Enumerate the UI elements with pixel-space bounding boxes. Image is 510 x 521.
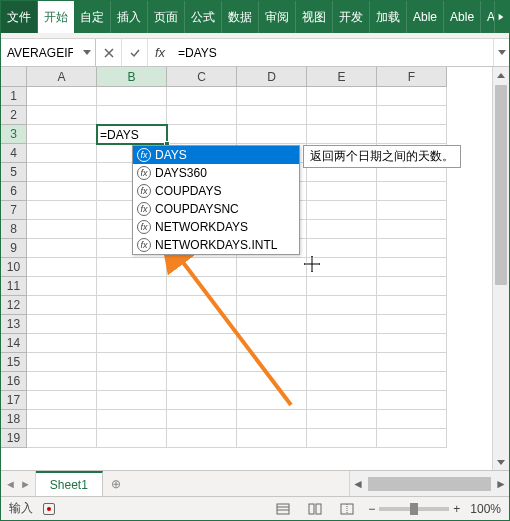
cell-F17[interactable]: [377, 391, 447, 410]
confirm-formula-icon[interactable]: [122, 39, 148, 66]
cell-F16[interactable]: [377, 372, 447, 391]
cell-A1[interactable]: [27, 87, 97, 106]
cell-C1[interactable]: [167, 87, 237, 106]
cell-E13[interactable]: [307, 315, 377, 334]
vertical-scrollbar[interactable]: [492, 67, 509, 470]
tab-addins[interactable]: 加载: [370, 1, 407, 33]
cell-B2[interactable]: [97, 106, 167, 125]
fx-icon[interactable]: fx: [148, 39, 172, 66]
cell-D19[interactable]: [237, 429, 307, 448]
row-header-4[interactable]: 4: [1, 144, 27, 163]
autocomplete-item-days[interactable]: fxDAYS: [133, 146, 299, 164]
cell-E3[interactable]: [307, 125, 377, 144]
cell-C3[interactable]: [167, 125, 237, 144]
tab-insert[interactable]: 插入: [111, 1, 148, 33]
cell-C2[interactable]: [167, 106, 237, 125]
cell-B18[interactable]: [97, 410, 167, 429]
cell-A16[interactable]: [27, 372, 97, 391]
row-header-17[interactable]: 17: [1, 391, 27, 410]
col-header-e[interactable]: E: [307, 67, 377, 87]
col-header-d[interactable]: D: [237, 67, 307, 87]
select-all-corner[interactable]: [1, 67, 27, 87]
view-page-layout-icon[interactable]: [304, 500, 326, 518]
cell-B1[interactable]: [97, 87, 167, 106]
cell-D3[interactable]: [237, 125, 307, 144]
cell-B12[interactable]: [97, 296, 167, 315]
cell-A9[interactable]: [27, 239, 97, 258]
cell-E17[interactable]: [307, 391, 377, 410]
formula-expand-icon[interactable]: [493, 39, 509, 66]
active-cell[interactable]: =DAYS: [96, 124, 168, 145]
cell-F11[interactable]: [377, 277, 447, 296]
cell-F14[interactable]: [377, 334, 447, 353]
cell-E16[interactable]: [307, 372, 377, 391]
row-header-7[interactable]: 7: [1, 201, 27, 220]
cell-D1[interactable]: [237, 87, 307, 106]
row-header-12[interactable]: 12: [1, 296, 27, 315]
view-page-break-icon[interactable]: [336, 500, 358, 518]
tab-page-layout[interactable]: 页面: [148, 1, 185, 33]
cell-A13[interactable]: [27, 315, 97, 334]
cell-E18[interactable]: [307, 410, 377, 429]
cell-F9[interactable]: [377, 239, 447, 258]
hscroll-right-icon[interactable]: ►: [493, 477, 509, 491]
row-header-10[interactable]: 10: [1, 258, 27, 277]
tab-custom[interactable]: 自定: [74, 1, 111, 33]
zoom-thumb[interactable]: [410, 503, 418, 515]
cell-E19[interactable]: [307, 429, 377, 448]
hscroll-thumb[interactable]: [368, 477, 491, 491]
cell-A7[interactable]: [27, 201, 97, 220]
cell-A8[interactable]: [27, 220, 97, 239]
cell-F7[interactable]: [377, 201, 447, 220]
tab-able-1[interactable]: Able: [407, 1, 444, 33]
tab-review[interactable]: 审阅: [259, 1, 296, 33]
tab-developer[interactable]: 开发: [333, 1, 370, 33]
cell-E8[interactable]: [307, 220, 377, 239]
cell-F13[interactable]: [377, 315, 447, 334]
cell-F3[interactable]: [377, 125, 447, 144]
cell-B16[interactable]: [97, 372, 167, 391]
row-header-15[interactable]: 15: [1, 353, 27, 372]
sheet-tab-1[interactable]: Sheet1: [36, 471, 103, 496]
zoom-percent[interactable]: 100%: [470, 502, 501, 516]
cell-F19[interactable]: [377, 429, 447, 448]
row-header-13[interactable]: 13: [1, 315, 27, 334]
cell-A17[interactable]: [27, 391, 97, 410]
row-header-16[interactable]: 16: [1, 372, 27, 391]
cell-E14[interactable]: [307, 334, 377, 353]
scroll-down-icon[interactable]: [493, 454, 509, 470]
tab-file[interactable]: 文件: [1, 1, 38, 33]
cell-F1[interactable]: [377, 87, 447, 106]
row-header-1[interactable]: 1: [1, 87, 27, 106]
cell-A14[interactable]: [27, 334, 97, 353]
cell-A2[interactable]: [27, 106, 97, 125]
zoom-in-icon[interactable]: +: [453, 502, 460, 516]
view-normal-icon[interactable]: [272, 500, 294, 518]
tab-home[interactable]: 开始: [38, 1, 74, 33]
cancel-formula-icon[interactable]: [96, 39, 122, 66]
row-header-2[interactable]: 2: [1, 106, 27, 125]
cell-A4[interactable]: [27, 144, 97, 163]
cell-F8[interactable]: [377, 220, 447, 239]
cell-B17[interactable]: [97, 391, 167, 410]
cell-E1[interactable]: [307, 87, 377, 106]
cell-A15[interactable]: [27, 353, 97, 372]
cell-A19[interactable]: [27, 429, 97, 448]
scrollbar-thumb[interactable]: [495, 85, 507, 285]
autocomplete-item-days360[interactable]: fxDAYS360: [133, 164, 299, 182]
tab-scroll-right-icon[interactable]: [493, 1, 509, 33]
tab-view[interactable]: 视图: [296, 1, 333, 33]
scroll-up-icon[interactable]: [493, 67, 509, 83]
sheet-next-icon[interactable]: ►: [20, 478, 31, 490]
col-header-f[interactable]: F: [377, 67, 447, 87]
autocomplete-item-coupdays[interactable]: fxCOUPDAYS: [133, 182, 299, 200]
cell-A12[interactable]: [27, 296, 97, 315]
cell-B13[interactable]: [97, 315, 167, 334]
row-header-5[interactable]: 5: [1, 163, 27, 182]
row-header-19[interactable]: 19: [1, 429, 27, 448]
autocomplete-item-networkdays[interactable]: fxNETWORKDAYS: [133, 218, 299, 236]
cell-F15[interactable]: [377, 353, 447, 372]
tab-formulas[interactable]: 公式: [185, 1, 222, 33]
row-header-18[interactable]: 18: [1, 410, 27, 429]
cell-E6[interactable]: [307, 182, 377, 201]
